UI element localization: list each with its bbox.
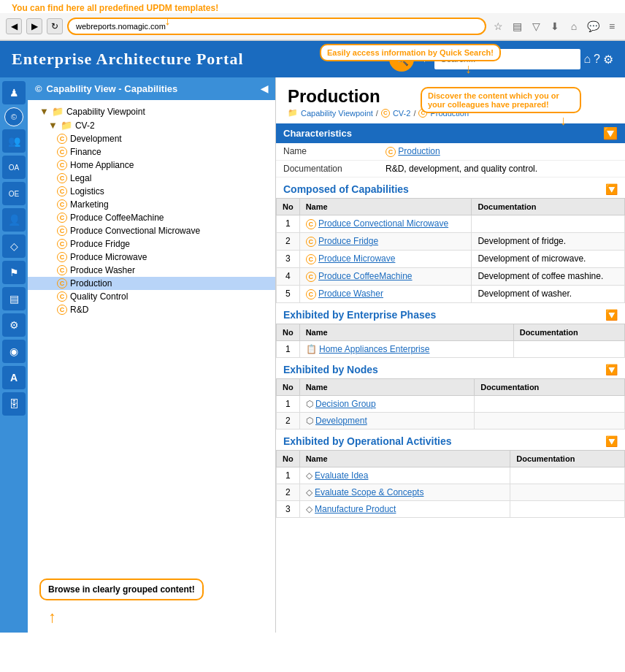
- composed-name-4: C Produce CoffeeMachine: [299, 268, 472, 286]
- nodes-link-1[interactable]: Decision Group: [315, 399, 376, 409]
- phases-col-doc: Documentation: [513, 324, 624, 341]
- opact-section-header[interactable]: Exhibited by Operational Activities 🔽: [276, 429, 625, 450]
- tree-item-microwave[interactable]: C Produce Convectional Microwave: [28, 224, 275, 237]
- breadcrumb-cv2[interactable]: CV-2: [393, 109, 410, 118]
- composed-link-2[interactable]: Produce Fridge: [318, 236, 378, 246]
- phases-table: No Name Documentation 1 📋 Home Appliance…: [276, 324, 625, 358]
- sidebar-icon-oe[interactable]: OE: [2, 182, 26, 205]
- opact-toggle[interactable]: 🔽: [605, 435, 618, 447]
- composed-no-3: 3: [277, 251, 300, 268]
- opact-link-2[interactable]: Evaluate Scope & Concepts: [315, 487, 423, 497]
- home-header-icon[interactable]: ⌂: [583, 53, 591, 66]
- tree-item-rnd[interactable]: C R&D: [28, 303, 275, 316]
- composed-col-doc: Documentation: [472, 199, 625, 215]
- tree-item-production[interactable]: C Production: [28, 277, 275, 290]
- c-icon-qualitycontrol: C: [57, 291, 67, 302]
- sidebar-icon-gear[interactable]: ⚙: [2, 313, 26, 337]
- phases-toggle[interactable]: 🔽: [605, 309, 618, 321]
- tree-label-fridge: Produce Fridge: [70, 239, 130, 249]
- tree-item-homeappliance[interactable]: C Home Appliance: [28, 159, 275, 172]
- opact-link-1[interactable]: Evaluate Idea: [315, 470, 368, 481]
- opact-col-doc: Documentation: [510, 451, 625, 467]
- sidebar-icon-diamond[interactable]: ◇: [2, 234, 26, 258]
- phases-no-1: 1: [277, 341, 300, 358]
- opact-icon-2: ◇: [306, 487, 312, 497]
- forward-button[interactable]: ▶: [26, 18, 42, 34]
- tree-item-legal[interactable]: C Legal: [28, 172, 275, 185]
- nodes-label: Exhibited by Nodes: [283, 364, 378, 375]
- tree-item-qualitycontrol[interactable]: C Quality Control: [28, 290, 275, 303]
- sidebar-icon-flag[interactable]: ⚑: [2, 261, 26, 284]
- nodes-link-2[interactable]: Development: [315, 416, 367, 426]
- sidebar-icon-c[interactable]: ©: [4, 107, 23, 126]
- nodes-section-header[interactable]: Exhibited by Nodes 🔽: [276, 358, 625, 378]
- star-icon[interactable]: ☆: [491, 19, 505, 34]
- composed-doc-2: Development of fridge.: [472, 233, 625, 251]
- composed-toggle[interactable]: 🔽: [605, 183, 618, 195]
- characteristics-label: Characteristics: [283, 128, 352, 139]
- composed-link-5[interactable]: Produce Washer: [318, 289, 383, 299]
- tree-item-marketing[interactable]: C Marketing: [28, 198, 275, 211]
- tree-item-cv2[interactable]: ▼ 📁 CV-2: [28, 118, 275, 132]
- c-icon-development: C: [57, 134, 67, 144]
- nodes-toggle[interactable]: 🔽: [605, 364, 618, 375]
- phase-icon: 📋: [306, 344, 317, 354]
- composed-link-3[interactable]: Produce Microwave: [318, 253, 395, 264]
- home-icon[interactable]: ⌂: [567, 19, 581, 34]
- tree-item-produce-microwave[interactable]: C Produce Microwave: [28, 251, 275, 264]
- phases-link-1[interactable]: Home Appliances Enterprise: [319, 344, 429, 354]
- opact-name-2: ◇ Evaluate Scope & Concepts: [299, 484, 510, 501]
- sidebar-icon-users[interactable]: 👥: [2, 129, 26, 153]
- chat-icon[interactable]: 💬: [586, 19, 600, 34]
- browser-toolbar: ◀ ▶ ↻ webreports.nomagic.com ☆ ▤ ▽ ⬇ ⌂ 💬…: [0, 13, 625, 40]
- opact-icon-1: ◇: [306, 470, 312, 481]
- settings-icon[interactable]: ⚙: [603, 53, 613, 66]
- sidebar-icon-person[interactable]: 👤: [2, 208, 26, 232]
- composed-link-1[interactable]: Produce Convectional Microwave: [318, 218, 448, 229]
- tree-item-logistics[interactable]: C Logistics: [28, 185, 275, 198]
- char-doc-value: R&D, development, and quality control.: [378, 161, 625, 177]
- back-button[interactable]: ◀: [6, 18, 22, 34]
- nodes-table: No Name Documentation 1 ⬡ Decision Group…: [276, 378, 625, 429]
- composed-no-4: 4: [277, 268, 300, 286]
- composed-col-no: No: [277, 199, 300, 215]
- c-icon-coffeemachine: C: [57, 213, 67, 223]
- tree-content: ▼ 📁 Capability Viewpoint ▼ 📁 CV-2 C Deve…: [28, 100, 275, 565]
- sidebar-icon-db[interactable]: 🗄: [2, 392, 26, 416]
- opact-row-2: 2 ◇ Evaluate Scope & Concepts: [277, 484, 625, 501]
- sidebar-icon-table[interactable]: ▤: [2, 287, 26, 310]
- tree-panel: © Capability View - Capabilities ◀ ▼ 📁 C…: [28, 77, 276, 633]
- address-bar[interactable]: webreports.nomagic.com: [67, 18, 486, 35]
- tree-item-washer[interactable]: C Produce Washer: [28, 264, 275, 277]
- sidebar-icon-a[interactable]: A: [2, 366, 26, 389]
- menu-icon2[interactable]: ≡: [605, 19, 619, 34]
- breadcrumb-viewpoint[interactable]: Capability Viewpoint: [301, 109, 373, 118]
- tree-item-viewpoint[interactable]: ▼ 📁 Capability Viewpoint: [28, 104, 275, 118]
- help-icon[interactable]: ?: [594, 53, 600, 66]
- refresh-button[interactable]: ↻: [47, 18, 63, 34]
- phases-section-header[interactable]: Exhibited by Enterprise Phases 🔽: [276, 303, 625, 324]
- tree-item-fridge[interactable]: C Produce Fridge: [28, 237, 275, 251]
- composed-section-header[interactable]: Composed of Capabilities 🔽: [276, 177, 625, 198]
- tree-item-coffeemachine[interactable]: C Produce CoffeeMachine: [28, 211, 275, 224]
- sidebar-icon-oa[interactable]: OA: [2, 156, 26, 179]
- download-icon[interactable]: ⬇: [548, 19, 562, 34]
- sidebar-icon-circle[interactable]: ◉: [2, 340, 26, 363]
- sidebar-icon-chess[interactable]: ♟: [2, 81, 26, 104]
- shield-icon[interactable]: ▽: [529, 19, 543, 34]
- composed-no-1: 1: [277, 215, 300, 233]
- tree-item-development[interactable]: C Development: [28, 132, 275, 145]
- char-name-link[interactable]: Production: [398, 146, 440, 156]
- tree-label-rnd: R&D: [70, 305, 88, 315]
- phases-row-1: 1 📋 Home Appliances Enterprise: [277, 341, 625, 358]
- opact-row-1: 1 ◇ Evaluate Idea: [277, 467, 625, 484]
- tree-collapse-icon[interactable]: ◀: [261, 83, 268, 94]
- composed-link-4[interactable]: Produce CoffeeMachine: [318, 271, 413, 281]
- tree-item-finance[interactable]: C Finance: [28, 145, 275, 159]
- characteristics-toggle[interactable]: 🔽: [603, 126, 618, 140]
- opact-link-3[interactable]: Manufacture Product: [315, 504, 396, 514]
- c-icon-finance: C: [57, 147, 67, 157]
- menu-icon1[interactable]: ▤: [510, 19, 524, 34]
- composed-doc-3: Development of microwave.: [472, 251, 625, 268]
- search-callout: Easily access information by Quick Searc…: [320, 44, 501, 61]
